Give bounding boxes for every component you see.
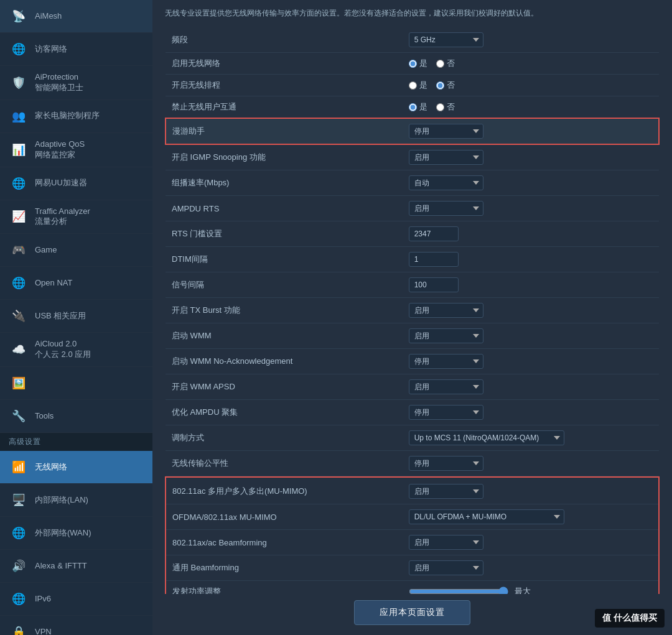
apply-button[interactable]: 应用本页面设置 — [354, 600, 470, 625]
sidebar-sub-item-wan[interactable]: 🌐 外部网络(WAN) — [0, 517, 152, 550]
sidebar-item-aicloud[interactable]: ☁️ AiCloud 2.0个人云 2.0 应用 — [0, 333, 152, 367]
row-control-b2: 启用停用 — [403, 530, 659, 555]
input-8[interactable] — [409, 226, 459, 241]
sidebar-item-parental[interactable]: 👥 家长电脑控制程序 — [0, 100, 152, 133]
select-16[interactable]: Up to MCS 11 (NitroQAM/1024-QAM)Up to MC… — [409, 430, 564, 445]
row-label-0: 频段 — [166, 27, 403, 53]
input-10[interactable] — [409, 277, 459, 292]
label-aicloud: AiCloud 2.0个人云 2.0 应用 — [35, 339, 91, 360]
sidebar-item-guest-network[interactable]: 🌐 访客网络 — [0, 33, 152, 66]
radio-input-是-2[interactable] — [409, 81, 417, 90]
icon-adaptive-qos: 📊 — [9, 140, 29, 160]
icon-tools: 🔧 — [9, 406, 29, 426]
row-label-6: 组播速率(Mbps) — [166, 170, 403, 196]
row-control-2: 是否 — [403, 75, 659, 96]
row-label-1: 启用无线网络 — [166, 53, 403, 75]
sidebar: 📡 AiMesh 🌐 访客网络 🛡️ AiProtection智能网络卫士 👥 … — [0, 0, 152, 635]
select-13[interactable]: 启用停用 — [409, 354, 483, 369]
select-14[interactable]: 启用停用 — [409, 379, 483, 394]
icon-sub-ipv6: 🌐 — [9, 589, 29, 609]
input-9[interactable] — [409, 252, 459, 267]
select-7[interactable]: 启用停用 — [409, 201, 483, 216]
sidebar-sub-item-lan[interactable]: 🖥️ 内部网络(LAN) — [0, 484, 152, 517]
settings-table: 频段2.4 GHz5 GHz6 GHz启用无线网络是否开启无线排程是否禁止无线用… — [165, 27, 660, 476]
row-label-4: 漫游助手 — [166, 118, 403, 144]
radio-label-是-1[interactable]: 是 — [409, 58, 427, 69]
row-control-5: 启用停用 — [403, 144, 659, 170]
label-aimesh: AiMesh — [35, 11, 62, 22]
icon-sub-wireless: 📶 — [9, 457, 29, 477]
icon-open-nat: 🌐 — [9, 273, 29, 293]
icon-sub-lan: 🖥️ — [9, 490, 29, 510]
icon-usb: 🔌 — [9, 306, 29, 326]
label-open-nat: Open NAT — [35, 278, 72, 289]
label-aiprotection: AiProtection智能网络卫士 — [35, 72, 83, 93]
row-control-b1: DL/UL OFDMA + MU-MIMODL OFDMAUL OFDMA停用 — [403, 504, 659, 530]
select-17[interactable]: 启用停用 — [409, 456, 483, 471]
radio-label-否-1[interactable]: 否 — [436, 58, 455, 69]
select-15[interactable]: 启用停用 — [409, 405, 483, 420]
sidebar-item-aimesh[interactable]: 📡 AiMesh — [0, 0, 152, 33]
sidebar-item-adaptive-qos[interactable]: 📊 Adaptive QoS网络监控家 — [0, 133, 152, 167]
select-11[interactable]: 启用停用 — [409, 303, 483, 318]
radio-label-否-2[interactable]: 否 — [436, 80, 455, 91]
row-label-b0: 802.11ac 多用户多入多出(MU-MIMO) — [166, 477, 403, 504]
label-adaptive-qos: Adaptive QoS网络监控家 — [35, 139, 85, 160]
page-description: 无线专业设置提供您无线网络传输与效率方面的设置。若您没有选择适合的设置，建议采用… — [165, 7, 660, 19]
radio-input-是-1[interactable] — [409, 60, 417, 68]
label-sub-ipv6: IPv6 — [35, 594, 51, 605]
row-label-14: 开启 WMM APSD — [166, 374, 403, 400]
slider-b4[interactable] — [409, 586, 508, 594]
label-sub-alexa: Alexa & IFTTT — [35, 561, 87, 572]
sidebar-sub-item-wireless[interactable]: 📶 无线网络 — [0, 451, 152, 484]
select-0[interactable]: 2.4 GHz5 GHz6 GHz — [409, 32, 483, 47]
sidebar-item-usb[interactable]: 🔌 USB 相关应用 — [0, 300, 152, 333]
sidebar-item-open-nat[interactable]: 🌐 Open NAT — [0, 267, 152, 300]
settings-row-6: 组播速率(Mbps)自动125.511 — [166, 170, 659, 196]
sidebar-advanced-header: 高级设置 — [0, 433, 152, 451]
sidebar-item-misc[interactable]: 🖼️ — [0, 367, 152, 400]
radio-label-是-2[interactable]: 是 — [409, 80, 427, 91]
row-control-7: 启用停用 — [403, 196, 659, 221]
radio-label-是-3[interactable]: 是 — [409, 101, 427, 113]
select-b3[interactable]: 启用停用 — [409, 560, 483, 575]
select-b1[interactable]: DL/UL OFDMA + MU-MIMODL OFDMAUL OFDMA停用 — [409, 509, 564, 524]
select-b2[interactable]: 启用停用 — [409, 535, 483, 550]
sidebar-sub-item-vpn[interactable]: 🔒 VPN — [0, 616, 152, 635]
radio-input-否-2[interactable] — [436, 81, 444, 90]
select-12[interactable]: 启用停用 — [409, 328, 483, 343]
radio-input-是-3[interactable] — [409, 103, 417, 111]
sidebar-item-game[interactable]: 🎮 Game — [0, 234, 152, 267]
sidebar-item-traffic[interactable]: 📈 Traffic Analyzer流量分析 — [0, 200, 152, 234]
row-control-16: Up to MCS 11 (NitroQAM/1024-QAM)Up to MC… — [403, 425, 659, 451]
row-label-12: 启动 WMM — [166, 323, 403, 349]
settings-row-10: 信号间隔 — [166, 272, 659, 298]
sidebar-sub-item-alexa[interactable]: 🔊 Alexa & IFTTT — [0, 550, 152, 583]
radio-input-否-1[interactable] — [436, 60, 444, 68]
select-b0[interactable]: 启用停用 — [409, 484, 483, 499]
sidebar-sub-item-ipv6[interactable]: 🌐 IPv6 — [0, 583, 152, 616]
settings-row-5: 开启 IGMP Snooping 功能启用停用 — [166, 144, 659, 170]
radio-input-否-3[interactable] — [436, 103, 444, 111]
settings-row-b4: 发射功率调整最大 — [166, 581, 659, 595]
sidebar-item-aiprotection[interactable]: 🛡️ AiProtection智能网络卫士 — [0, 66, 152, 100]
bordered-settings-table: 802.11ac 多用户多入多出(MU-MIMO)启用停用OFDMA/802.1… — [165, 476, 660, 594]
select-4[interactable]: 停用启用 — [409, 124, 483, 139]
settings-row-16: 调制方式Up to MCS 11 (NitroQAM/1024-QAM)Up t… — [166, 425, 659, 451]
watermark-text: 什么值得买 — [614, 613, 657, 623]
row-label-b1: OFDMA/802.11ax MU-MIMO — [166, 504, 403, 530]
row-control-14: 启用停用 — [403, 374, 659, 400]
row-control-b3: 启用停用 — [403, 555, 659, 581]
select-5[interactable]: 启用停用 — [409, 150, 483, 165]
select-6[interactable]: 自动125.511 — [409, 175, 483, 190]
icon-aicloud: ☁️ — [9, 340, 29, 359]
radio-label-否-3[interactable]: 否 — [436, 101, 455, 113]
icon-sub-wan: 🌐 — [9, 523, 29, 543]
row-control-8 — [403, 221, 659, 247]
row-control-b4: 最大 — [403, 581, 659, 595]
icon-netease: 🌐 — [9, 174, 29, 193]
sidebar-item-netease[interactable]: 🌐 网易UU加速器 — [0, 167, 152, 200]
row-label-b4: 发射功率调整 — [166, 581, 403, 595]
sidebar-item-tools[interactable]: 🔧 Tools — [0, 400, 152, 433]
icon-sub-alexa: 🔊 — [9, 556, 29, 576]
